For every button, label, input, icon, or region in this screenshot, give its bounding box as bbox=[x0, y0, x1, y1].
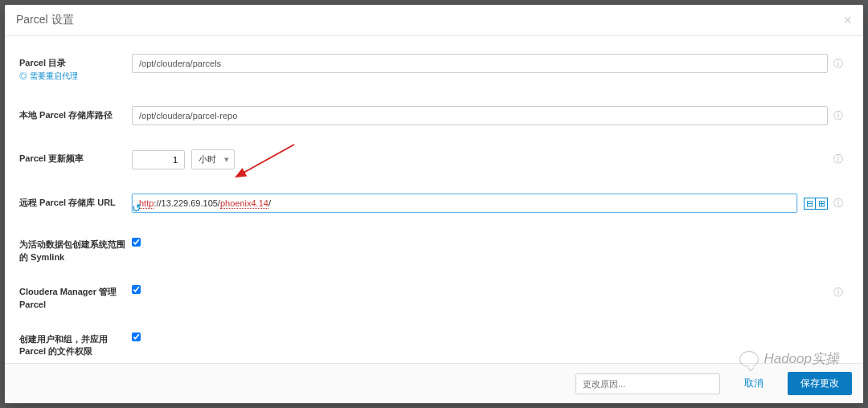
modal-body: Parcel 目录 ◎ 需要重启代理 ⓘ 本地 Parcel 存储库路径 ⓘ P… bbox=[5, 36, 863, 363]
help-icon[interactable]: ⓘ bbox=[828, 149, 849, 166]
symlink-checkbox[interactable] bbox=[132, 238, 141, 247]
restart-note[interactable]: ◎ 需要重启代理 bbox=[19, 71, 132, 82]
modal-footer: 取消 保存更改 bbox=[5, 363, 863, 403]
update-freq-number-input[interactable] bbox=[132, 150, 185, 169]
row-remote-repo: 远程 Parcel 存储库 URL http://13.229.69.105/p… bbox=[19, 194, 849, 213]
local-repo-input[interactable] bbox=[132, 106, 828, 125]
cancel-button[interactable]: 取消 bbox=[731, 372, 776, 395]
change-reason-input[interactable] bbox=[575, 373, 720, 394]
parcel-dir-input[interactable] bbox=[132, 54, 828, 73]
add-url-icon[interactable]: ⊞ bbox=[816, 198, 828, 210]
modal-title: Parcel 设置 bbox=[16, 13, 74, 27]
url-add-remove-group: ⊟ ⊞ bbox=[804, 198, 828, 210]
cm-manage-checkbox[interactable] bbox=[132, 285, 141, 294]
label-symlink: 为活动数据包创建系统范围的 Symlink bbox=[19, 235, 132, 263]
create-users-checkbox[interactable] bbox=[132, 333, 141, 341]
help-icon[interactable]: ⓘ bbox=[828, 106, 849, 123]
row-cm-manage: Cloudera Manager 管理 Parcel ⓘ bbox=[19, 283, 849, 311]
label-update-freq: Parcel 更新频率 bbox=[19, 149, 132, 165]
parcel-settings-modal: Parcel 设置 × Parcel 目录 ◎ 需要重启代理 ⓘ 本地 Parc… bbox=[5, 5, 863, 403]
save-button[interactable]: 保存更改 bbox=[788, 372, 852, 395]
row-create-users: 创建用户和组，并应用 Parcel 的文件权限 bbox=[19, 330, 849, 358]
update-freq-unit-select[interactable]: 小时 bbox=[191, 149, 235, 169]
help-icon[interactable]: ⓘ bbox=[828, 194, 849, 210]
row-symlink: 为活动数据包创建系统范围的 Symlink bbox=[19, 235, 849, 263]
remote-repo-url-input[interactable]: http://13.229.69.105/phoenix4.14/ bbox=[132, 194, 797, 213]
label-create-users: 创建用户和组，并应用 Parcel 的文件权限 bbox=[19, 330, 132, 358]
row-local-repo: 本地 Parcel 存储库路径 ⓘ bbox=[19, 106, 849, 125]
close-icon[interactable]: × bbox=[843, 13, 852, 27]
help-icon[interactable]: ⓘ bbox=[828, 54, 849, 71]
modal-header: Parcel 设置 × bbox=[5, 5, 863, 36]
label-cm-manage: Cloudera Manager 管理 Parcel bbox=[19, 283, 132, 311]
reset-icon[interactable]: ↺ bbox=[132, 202, 141, 214]
remove-url-icon[interactable]: ⊟ bbox=[804, 198, 816, 210]
help-icon[interactable]: ⓘ bbox=[828, 283, 849, 300]
row-parcel-dir: Parcel 目录 ◎ 需要重启代理 ⓘ bbox=[19, 54, 849, 82]
row-update-freq: Parcel 更新频率 小时 ⓘ bbox=[19, 149, 849, 169]
label-remote-repo: 远程 Parcel 存储库 URL bbox=[19, 194, 132, 209]
label-local-repo: 本地 Parcel 存储库路径 bbox=[19, 106, 132, 121]
label-parcel-dir: Parcel 目录 ◎ 需要重启代理 bbox=[19, 54, 132, 82]
